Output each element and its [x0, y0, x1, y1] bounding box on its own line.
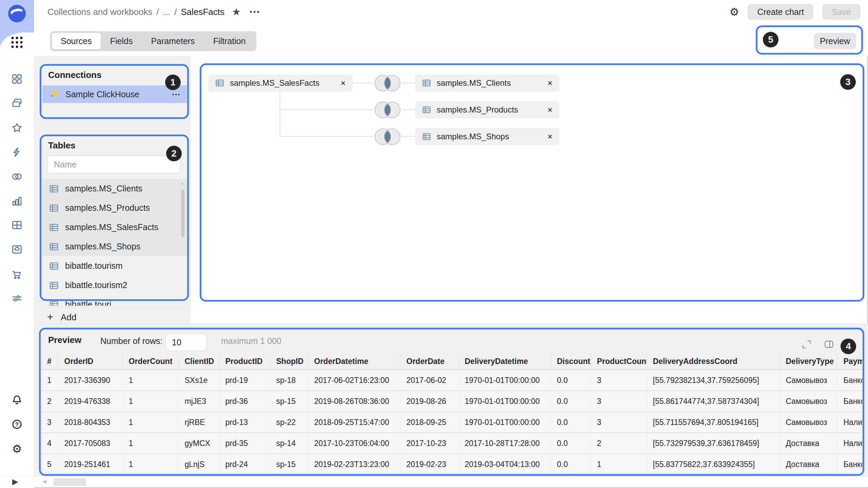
- preview-cell: Налич: [837, 412, 862, 433]
- table-list-item[interactable]: bibattle.touri: [41, 295, 188, 306]
- more-actions-icon[interactable]: •••: [250, 7, 260, 16]
- table-icon: [49, 300, 59, 306]
- breadcrumb-root[interactable]: Collections and workbooks: [47, 7, 152, 17]
- save-button[interactable]: Save: [822, 4, 861, 20]
- connections-title: Connections: [48, 70, 101, 80]
- dock-panel-icon[interactable]: [823, 339, 835, 350]
- preview-cell: 2017-10-23T06:04:00: [308, 433, 400, 454]
- favorite-star-icon[interactable]: ★: [232, 6, 241, 18]
- table-icon: [49, 222, 59, 232]
- preview-cell: prd-36: [219, 391, 270, 412]
- preview-cell: 3: [591, 370, 647, 391]
- breadcrumb-collapsed[interactable]: ...: [163, 7, 171, 17]
- preview-cell: 2019-02-23: [400, 454, 458, 472]
- preview-table-row: 12017-3363901SXs1eprd-19sp-182017-06-02T…: [41, 370, 862, 391]
- source-node-root[interactable]: samples.MS_SalesFacts✕: [208, 75, 353, 92]
- table-search-input[interactable]: [47, 155, 180, 174]
- svg-text:?: ?: [15, 421, 19, 427]
- annotation-badge-1: 1: [165, 75, 181, 90]
- connection-more-icon[interactable]: •••: [172, 92, 181, 97]
- marketplace-cart-icon[interactable]: [10, 268, 24, 281]
- preview-column-header: OrderCount: [122, 353, 178, 370]
- table-list-item[interactable]: bibattle.tourism: [41, 256, 188, 276]
- horizontal-scrollbar[interactable]: [54, 479, 86, 486]
- table-list-item[interactable]: samples.MS_Shops: [41, 237, 188, 256]
- apps-grid-icon[interactable]: [9, 35, 25, 50]
- datalens-dataset-editor: ? ⚙ ▶ Collections and workbooks / ... / …: [0, 0, 868, 488]
- preview-cell: [55.83775822,37.633924355]: [647, 454, 780, 472]
- preview-table-row: 52019-2514611gLnjSprd-24sp-152019-02-23T…: [41, 454, 862, 472]
- tab-fields[interactable]: Fields: [101, 33, 142, 49]
- table-list-item[interactable]: bibattle.tourism2: [41, 276, 188, 295]
- close-icon[interactable]: ✕: [547, 106, 553, 114]
- tab-parameters[interactable]: Parameters: [142, 33, 203, 49]
- service-settings-sliders-icon[interactable]: [10, 291, 24, 305]
- expand-preview-icon[interactable]: [801, 339, 812, 350]
- close-icon[interactable]: ✕: [340, 79, 346, 87]
- table-icon: [422, 132, 437, 141]
- connection-name: Sample ClickHouse: [65, 89, 172, 99]
- notifications-bell-icon[interactable]: [10, 393, 24, 407]
- preview-cell: SXs1e: [178, 370, 219, 391]
- preview-column-header: OrderDate: [400, 353, 458, 370]
- preview-cell: 2019-08-26T08:36:00: [308, 391, 400, 412]
- rows-count-input[interactable]: [165, 333, 207, 351]
- table-list-item[interactable]: samples.MS_Products: [41, 198, 188, 218]
- join-type-venn-icon[interactable]: [373, 101, 402, 119]
- datasets-table-icon[interactable]: [10, 218, 24, 232]
- source-node-joined[interactable]: samples.MS_Shops✕: [415, 128, 559, 145]
- table-list-item[interactable]: samples.MS_Clients: [41, 179, 188, 198]
- preview-cell: 5: [41, 454, 58, 472]
- preview-cell: Банков: [837, 454, 862, 472]
- preview-cell: 2017-336390: [58, 370, 122, 391]
- connection-item[interactable]: Sample ClickHouse •••: [42, 85, 187, 103]
- preview-toggle-button[interactable]: Preview: [814, 33, 856, 49]
- preview-column-header: OrderID: [58, 353, 122, 370]
- preview-cell: 1: [591, 454, 647, 472]
- join-type-venn-icon[interactable]: [373, 74, 402, 92]
- table-name: samples.MS_Clients: [65, 184, 142, 194]
- preview-cell: prd-35: [219, 433, 270, 454]
- preview-column-header: Discount: [551, 353, 591, 370]
- collections-icon[interactable]: [10, 97, 24, 110]
- scroll-left-icon[interactable]: ◂: [43, 477, 46, 485]
- add-source-button[interactable]: + Add: [42, 310, 117, 325]
- tab-filtration[interactable]: Filtration: [204, 33, 255, 49]
- dataset-settings-gear-icon[interactable]: ⚙: [730, 6, 739, 18]
- table-list-item[interactable]: samples.MS_SalesFacts: [41, 218, 188, 237]
- preview-table-row: 42017-7050831gyMCXprd-35sp-142017-10-23T…: [41, 433, 862, 454]
- source-node-joined[interactable]: samples.MS_Products✕: [415, 101, 559, 118]
- expand-rail-icon[interactable]: ▶: [12, 477, 18, 486]
- tab-sources[interactable]: Sources: [52, 33, 101, 49]
- preview-table-row: 32018-8043531rjRBEprd-13sp-222018-09-25T…: [41, 412, 862, 433]
- table-icon: [49, 242, 59, 252]
- charts-icon[interactable]: [10, 194, 24, 208]
- preview-cell: rjRBE: [178, 412, 219, 433]
- favorites-star-icon[interactable]: [10, 121, 24, 135]
- preview-cell: 1: [122, 412, 178, 433]
- preview-cell: gLnjS: [178, 454, 219, 472]
- dashboards-icon[interactable]: [10, 72, 24, 86]
- join-type-venn-icon[interactable]: [373, 127, 402, 146]
- source-node-joined[interactable]: samples.MS_Clients✕: [415, 75, 559, 92]
- tables-list-scrollbar[interactable]: [181, 190, 184, 237]
- editor-lightning-icon[interactable]: [10, 145, 24, 159]
- help-icon[interactable]: ?: [10, 418, 24, 431]
- close-icon[interactable]: ✕: [547, 133, 553, 141]
- preview-table-row: 22019-4763381mjJE3prd-36sp-152019-08-26T…: [41, 391, 862, 412]
- datalens-logo-icon[interactable]: [7, 4, 26, 23]
- close-icon[interactable]: ✕: [547, 79, 553, 87]
- preview-cell: 2017-06-02T16:23:00: [308, 370, 400, 391]
- table-name: bibattle.tourism: [65, 261, 123, 271]
- join-connector-line: [279, 136, 373, 137]
- rows-max-hint: maximum 1 000: [221, 336, 281, 346]
- table-icon: [422, 105, 437, 115]
- table-icon: [422, 78, 437, 88]
- settings-gear-icon[interactable]: ⚙: [10, 442, 24, 455]
- preview-cell: Налич: [837, 433, 862, 454]
- list-scroll-up-icon[interactable]: ▲: [180, 180, 184, 185]
- connections-venn-icon[interactable]: [10, 170, 24, 183]
- storage-cloud-icon[interactable]: [10, 243, 24, 256]
- preview-cell: prd-24: [219, 454, 270, 472]
- create-chart-button[interactable]: Create chart: [748, 4, 813, 20]
